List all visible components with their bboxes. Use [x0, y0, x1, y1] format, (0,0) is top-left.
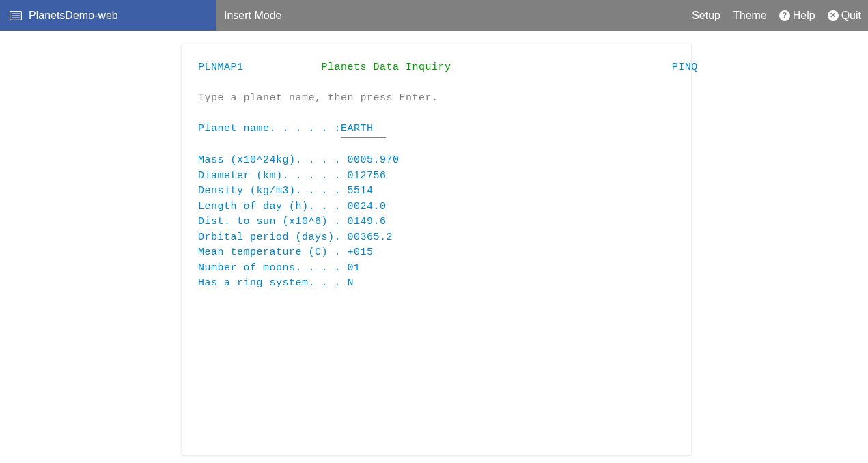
field-value: 0005.970 [348, 154, 400, 166]
app-title: PlanetsDemo-web [29, 10, 118, 22]
header-row: PLNMAP1 Planets Data Inquiry PINQ [198, 60, 675, 76]
field-value: 0149.6 [348, 216, 387, 227]
field-label: Number of moons. . . . [198, 262, 348, 274]
planet-input-row: Planet name. . . . . : [198, 122, 675, 138]
field-row-mass: Mass (x10^24kg). . . . 0005.970 [198, 153, 675, 169]
field-label: Has a ring system. . . [198, 277, 348, 289]
help-icon: ? [779, 10, 790, 21]
menu-theme[interactable]: Theme [733, 10, 767, 22]
field-row-moons: Number of moons. . . . 01 [198, 261, 675, 277]
field-label: Mass (x10^24kg). . . . [198, 154, 348, 166]
map-id: PLNMAP1 [198, 61, 244, 73]
field-value: +015 [348, 247, 374, 258]
menu-setup-label: Setup [692, 10, 720, 22]
field-value: 01 [348, 262, 361, 274]
field-row-day-length: Length of day (h). . . 0024.0 [198, 199, 675, 215]
top-bar: PlanetsDemo-web Insert Mode Setup Theme … [0, 0, 868, 31]
field-row-temperature: Mean temperature (C) . +015 [198, 245, 675, 261]
menu-setup[interactable]: Setup [692, 10, 720, 22]
menu-quit[interactable]: ✕ Quit [828, 10, 861, 22]
close-icon: ✕ [828, 10, 839, 21]
menu-help-label: Help [793, 10, 815, 22]
terminal-icon [10, 11, 22, 20]
planet-name-input[interactable] [341, 122, 386, 138]
field-label: Mean temperature (C) . [198, 247, 348, 258]
field-value: 0024.0 [348, 201, 387, 212]
terminal-panel: PLNMAP1 Planets Data Inquiry PINQ Type a… [182, 44, 691, 455]
field-row-diameter: Diameter (km). . . . . 012756 [198, 169, 675, 184]
menu-theme-label: Theme [733, 10, 767, 22]
blank-row [198, 138, 675, 154]
menu-quit-label: Quit [841, 10, 861, 22]
instruction-text: Type a planet name, then press Enter. [198, 91, 675, 107]
field-value: N [348, 277, 354, 289]
field-row-orbital-period: Orbital period (days). 00365.2 [198, 230, 675, 246]
planet-name-label: Planet name. . . . . : [198, 123, 341, 135]
transaction-id: PINQ [672, 61, 698, 73]
field-row-density: Density (kg/m3). . . . 5514 [198, 184, 675, 199]
mode-indicator-region: Insert Mode [216, 0, 692, 31]
field-row-sun-distance: Dist. to sun (x10^6) . 0149.6 [198, 214, 675, 230]
field-row-rings: Has a ring system. . . N [198, 276, 675, 292]
field-label: Diameter (km). . . . . [198, 170, 348, 182]
screen-title: Planets Data Inquiry [322, 61, 451, 73]
blank-row [198, 107, 675, 122]
field-label: Orbital period (days). [198, 232, 348, 243]
blank-row [198, 76, 675, 92]
mode-indicator: Insert Mode [224, 10, 281, 22]
field-label: Density (kg/m3). . . . [198, 185, 348, 197]
field-label: Dist. to sun (x10^6) . [198, 216, 348, 227]
field-value: 00365.2 [348, 232, 393, 243]
field-value: 5514 [348, 185, 374, 197]
field-value: 012756 [348, 170, 387, 182]
app-title-region: PlanetsDemo-web [0, 0, 216, 31]
field-label: Length of day (h). . . [198, 201, 348, 212]
menu-help[interactable]: ? Help [779, 10, 815, 22]
top-menu: Setup Theme ? Help ✕ Quit [692, 0, 868, 31]
